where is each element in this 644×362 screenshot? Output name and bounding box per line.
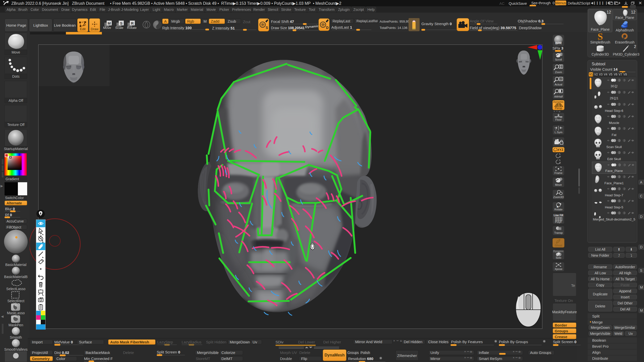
svg-text:R: R [131, 21, 134, 25]
svg-text:L: L [556, 128, 557, 131]
svg-text:Y: Y [559, 156, 561, 158]
svg-text:Z: Z [559, 162, 561, 164]
svg-text:M: M [108, 21, 111, 25]
svg-text:S: S [597, 33, 603, 41]
svg-text:x1: x1 [559, 78, 562, 80]
svg-text:R: R [557, 206, 558, 208]
svg-text:D: D [326, 26, 329, 30]
svg-text:BPR: BPR [555, 41, 562, 45]
svg-text:S: S [266, 26, 268, 30]
svg-text:S: S [120, 21, 123, 25]
